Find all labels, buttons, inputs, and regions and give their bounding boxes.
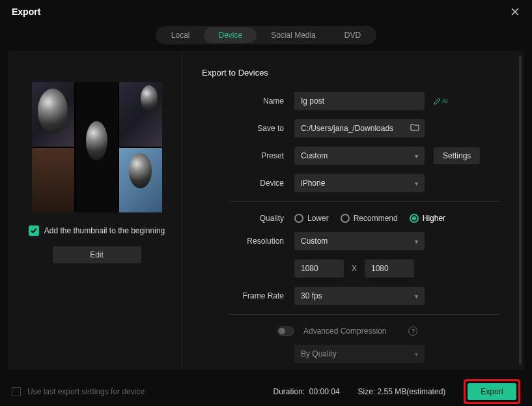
device-select[interactable]: iPhone ▾ [294,174,425,192]
tab-device[interactable]: Device [204,27,257,43]
export-button-highlight: Export [464,379,520,404]
tab-local[interactable]: Local [157,27,204,43]
chevron-down-icon: ▾ [415,293,418,300]
thumb-cell [76,82,118,212]
framerate-label: Frame Rate [202,291,294,300]
divider [229,314,501,315]
add-thumbnail-checkbox[interactable] [29,225,39,236]
name-input[interactable] [294,92,425,110]
quality-lower-radio[interactable]: Lower [294,214,329,223]
quality-label: Quality [202,214,294,223]
folder-icon[interactable] [410,123,419,133]
resolution-select[interactable]: Custom ▾ [294,232,425,250]
chevron-down-icon: ▾ [415,152,418,160]
close-icon[interactable] [510,7,520,17]
chevron-down-icon: ▾ [415,238,418,245]
resolution-separator: X [352,264,357,273]
preset-label: Preset [202,151,294,160]
tab-dvd[interactable]: DVD [330,27,375,43]
use-last-settings-checkbox[interactable] [12,387,21,396]
name-label: Name [202,96,294,106]
use-last-settings-label: Use last export settings for device [27,387,266,396]
size-info: Size: 2.55 MB(estimated) [358,387,446,396]
scrollbar[interactable] [519,56,522,365]
add-thumbnail-label: Add the thumbnail to the beginning [44,226,165,235]
thumb-cell [119,82,161,147]
thumb-cell [32,82,74,147]
resolution-label: Resolution [202,237,294,246]
tab-social-media[interactable]: Social Media [257,27,330,43]
compression-mode-select[interactable]: By Quality ▾ [294,345,425,363]
preset-select[interactable]: Custom ▾ [294,147,425,165]
quality-recommend-radio[interactable]: Recommend [341,214,398,223]
framerate-select[interactable]: 30 fps ▾ [294,287,425,305]
saveto-label: Save to [202,124,294,133]
chevron-down-icon: ▾ [415,180,418,187]
help-icon[interactable]: ? [408,326,417,336]
device-label: Device [202,179,294,188]
edit-button[interactable]: Edit [53,246,141,263]
thumb-cell [32,148,74,212]
divider [229,201,501,202]
ai-icon[interactable]: AI [434,97,448,105]
settings-button[interactable]: Settings [434,147,480,164]
width-input[interactable] [294,259,344,278]
thumbnail-preview [32,82,162,212]
quality-higher-radio[interactable]: Higher [410,214,445,223]
advanced-compression-label: Advanced Compression [303,326,386,336]
thumb-cell [119,148,161,212]
window-title: Export [12,7,40,17]
export-button[interactable]: Export [468,383,516,400]
section-title: Export to Devices [202,68,501,78]
duration-info: Duration: 00:00:04 [273,387,339,396]
saveto-input[interactable] [294,119,425,138]
height-input[interactable] [365,259,414,278]
chevron-down-icon: ▾ [415,351,418,358]
advanced-compression-toggle[interactable] [277,326,294,336]
export-tabs: Local Device Social Media DVD [0,22,532,51]
